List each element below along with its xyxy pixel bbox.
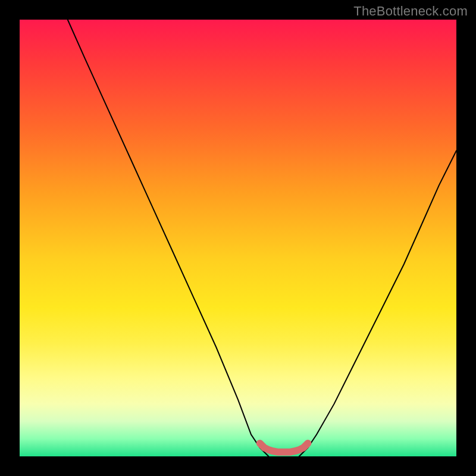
chart-plot-area xyxy=(20,20,456,456)
chart-svg xyxy=(20,20,456,456)
chart-left-curve xyxy=(68,20,269,456)
chart-valley-marker xyxy=(260,443,308,452)
watermark-text: TheBottleneck.com xyxy=(353,4,468,19)
chart-right-curve xyxy=(299,151,456,456)
chart-frame: TheBottleneck.com xyxy=(0,0,476,476)
